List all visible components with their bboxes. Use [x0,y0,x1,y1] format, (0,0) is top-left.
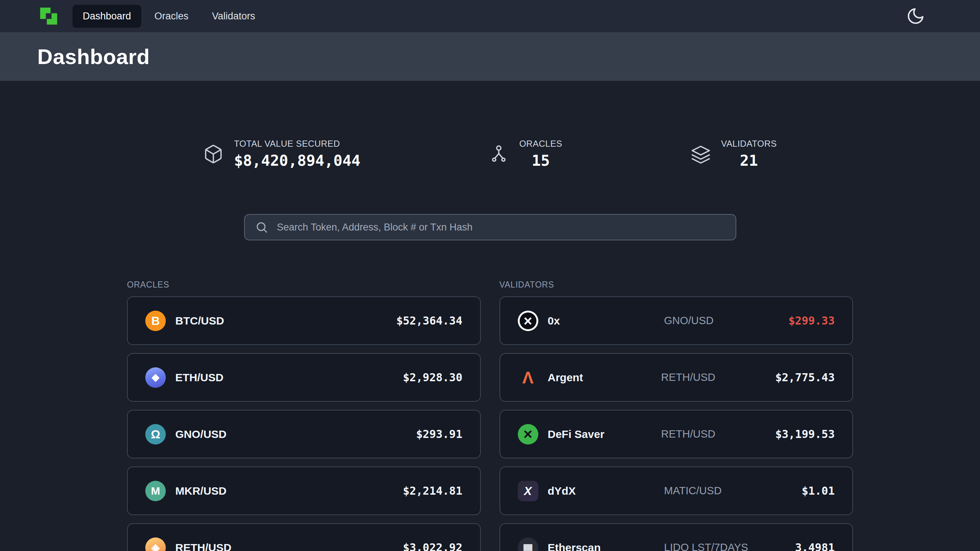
oracle-card-gno-usd[interactable]: Ω GNO/USD $293.91 [127,410,481,459]
argent-icon: Λ [518,367,538,388]
oracle-price: $52,364.34 [396,314,463,327]
cube-icon [203,144,224,164]
mkr-icon: M [145,481,166,501]
validator-pair: MATIC/USD [664,485,781,497]
validators-heading: VALIDATORS [500,280,853,290]
validator-price: $1.01 [802,484,835,497]
validator-name: DeFi Saver [548,428,661,440]
nav-item-dashboard[interactable]: Dashboard [72,5,141,28]
oracle-price: $2,214.81 [403,484,463,497]
validators-column: VALIDATORS × 0x GNO/USD $299.33 Λ Argent… [500,280,853,551]
page-header: Dashboard [0,32,980,81]
defi-saver-icon: × [518,424,538,445]
oracle-price: $2,928.30 [403,371,463,384]
moon-icon [906,21,925,27]
validator-card-etherscan[interactable]: ▦ Etherscan LIDO LST/7DAYS 3.4981 [500,523,853,551]
stat-oracles-count: ORACLES 15 [488,139,562,169]
oracle-price: $3,022.92 [403,541,463,551]
dydx-icon: X [518,481,538,501]
nav-item-validators[interactable]: Validators [202,5,265,28]
gno-icon: Ω [145,424,166,445]
oracle-card-mkr-usd[interactable]: M MKR/USD $2,214.81 [127,467,481,515]
oracle-pair-label: BTC/USD [175,314,224,327]
validator-card-defi-saver[interactable]: × DeFi Saver RETH/USD $3,199.53 [500,410,853,459]
validator-price: $2,775.43 [775,371,835,384]
top-navbar: Dashboard Oracles Validators [0,0,980,32]
oracle-card-reth-usd[interactable]: ◈ RETH/USD $3,022.92 [127,523,481,551]
validator-price: $3,199.53 [775,428,835,440]
oracle-price: $293.91 [416,428,462,440]
validator-price: $299.33 [789,314,835,327]
oracle-card-eth-usd[interactable]: ◆ ETH/USD $2,928.30 [127,353,481,402]
content-columns: ORACLES B BTC/USD $52,364.34 ◆ ETH/USD $… [127,280,853,551]
oracle-pair-label: MKR/USD [175,485,226,497]
validator-name: Etherscan [548,541,664,551]
validators-count-value: 21 [721,152,777,169]
oracle-pair-label: RETH/USD [175,541,231,551]
reth-icon: ◈ [145,537,166,551]
chronicle-logo [37,5,60,27]
stat-validators-count: VALIDATORS 21 [690,139,777,169]
validator-card-argent[interactable]: Λ Argent RETH/USD $2,775.43 [500,353,853,402]
oracles-column: ORACLES B BTC/USD $52,364.34 ◆ ETH/USD $… [127,280,481,551]
oracles-heading: ORACLES [127,280,481,290]
oracles-count-label: ORACLES [519,139,562,149]
validator-name: Argent [548,372,661,384]
tvs-label: TOTAL VALUE SECURED [234,139,360,149]
validator-card-0x[interactable]: × 0x GNO/USD $299.33 [500,296,853,345]
0x-icon: × [518,311,538,331]
eth-icon: ◆ [145,367,166,388]
validator-pair: RETH/USD [661,372,775,383]
nav-item-oracles[interactable]: Oracles [144,5,199,28]
validator-name: dYdX [548,485,664,497]
search-bar [244,214,736,240]
oracle-pair-label: ETH/USD [175,372,224,384]
validator-pair: GNO/USD [664,314,781,327]
page-title: Dashboard [37,44,150,69]
btc-icon: B [145,311,166,331]
validators-count-label: VALIDATORS [721,139,777,149]
stat-total-value-secured: TOTAL VALUE SECURED $8,420,894,044 [203,139,360,169]
validator-price: 3.4981 [795,541,835,551]
etherscan-icon: ▦ [518,537,538,551]
stats-row: TOTAL VALUE SECURED $8,420,894,044 ORACL… [127,139,853,169]
validator-name: 0x [548,314,664,327]
theme-toggle-button[interactable] [906,6,925,25]
validator-card-dydx[interactable]: X dYdX MATIC/USD $1.01 [500,467,853,515]
validator-pair: RETH/USD [661,428,775,440]
oracle-card-btc-usd[interactable]: B BTC/USD $52,364.34 [127,296,481,345]
nav-items: Dashboard Oracles Validators [72,5,265,28]
search-input[interactable] [244,214,736,240]
oracle-pair-label: GNO/USD [175,428,226,440]
layers-icon [690,144,711,164]
tvs-value: $8,420,894,044 [234,152,360,169]
validator-pair: LIDO LST/7DAYS [664,541,781,551]
oracles-count-value: 15 [519,152,562,169]
oracle-network-icon [488,144,509,164]
